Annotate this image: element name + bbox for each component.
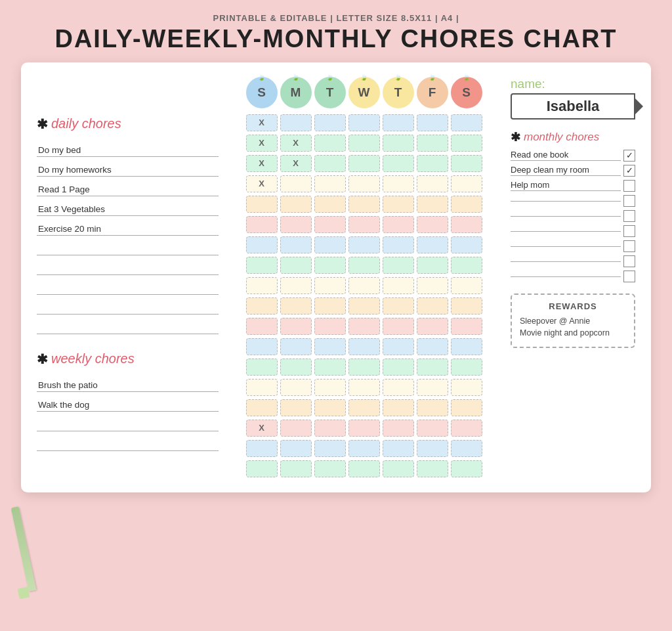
- grid-cell-6-4[interactable]: [383, 236, 414, 253]
- grid-cell-5-1[interactable]: [280, 216, 312, 233]
- grid-cell-5-0[interactable]: [246, 216, 278, 233]
- grid-cell-17-1[interactable]: [280, 460, 312, 477]
- grid-cell-6-3[interactable]: [348, 236, 380, 253]
- grid-cell-8-2[interactable]: [314, 277, 346, 294]
- grid-cell-1-0[interactable]: X: [246, 135, 278, 152]
- grid-cell-3-4[interactable]: [383, 175, 414, 192]
- grid-cell-10-1[interactable]: [280, 318, 312, 335]
- grid-cell-2-3[interactable]: [348, 155, 380, 172]
- grid-cell-17-4[interactable]: [383, 460, 414, 477]
- grid-cell-16-3[interactable]: [348, 440, 380, 457]
- grid-cell-2-0[interactable]: X: [246, 155, 278, 172]
- grid-cell-13-6[interactable]: [451, 379, 482, 396]
- grid-cell-2-5[interactable]: [417, 155, 448, 172]
- grid-cell-7-5[interactable]: [417, 257, 448, 274]
- grid-cell-17-3[interactable]: [348, 460, 380, 477]
- monthly-checkbox-8[interactable]: [623, 271, 635, 282]
- grid-cell-4-1[interactable]: [280, 196, 312, 213]
- grid-cell-5-6[interactable]: [451, 216, 482, 233]
- grid-cell-8-5[interactable]: [417, 277, 448, 294]
- grid-cell-14-5[interactable]: [417, 399, 448, 416]
- grid-cell-6-5[interactable]: [417, 236, 448, 253]
- grid-cell-13-4[interactable]: [383, 379, 414, 396]
- grid-cell-11-6[interactable]: [451, 338, 482, 355]
- grid-cell-12-2[interactable]: [314, 359, 346, 376]
- grid-cell-16-0[interactable]: [246, 440, 278, 457]
- grid-cell-6-6[interactable]: [451, 236, 482, 253]
- grid-cell-11-0[interactable]: [246, 338, 278, 355]
- grid-cell-13-2[interactable]: [314, 379, 346, 396]
- grid-cell-3-3[interactable]: [348, 175, 380, 192]
- grid-cell-14-0[interactable]: [246, 399, 278, 416]
- grid-cell-15-2[interactable]: [314, 420, 346, 437]
- grid-cell-7-0[interactable]: [246, 257, 278, 274]
- grid-cell-9-6[interactable]: [451, 297, 482, 315]
- monthly-checkbox-7[interactable]: [623, 255, 635, 267]
- grid-cell-13-5[interactable]: [417, 379, 448, 396]
- grid-cell-8-0[interactable]: [246, 277, 278, 294]
- grid-cell-2-6[interactable]: [451, 155, 482, 172]
- grid-cell-8-4[interactable]: [383, 277, 414, 294]
- grid-cell-7-6[interactable]: [451, 257, 482, 274]
- grid-cell-17-0[interactable]: [246, 460, 278, 477]
- grid-cell-14-4[interactable]: [383, 399, 414, 416]
- grid-cell-9-5[interactable]: [417, 297, 448, 315]
- grid-cell-9-3[interactable]: [348, 297, 380, 315]
- grid-cell-3-0[interactable]: X: [246, 175, 278, 192]
- grid-cell-17-2[interactable]: [314, 460, 346, 477]
- grid-cell-4-6[interactable]: [451, 196, 482, 213]
- grid-cell-9-0[interactable]: [246, 297, 278, 315]
- grid-cell-17-6[interactable]: [451, 460, 482, 477]
- grid-cell-8-1[interactable]: [280, 277, 312, 294]
- grid-cell-12-5[interactable]: [417, 359, 448, 376]
- grid-cell-11-3[interactable]: [348, 338, 380, 355]
- grid-cell-10-0[interactable]: [246, 318, 278, 335]
- grid-cell-7-2[interactable]: [314, 257, 346, 274]
- grid-cell-10-5[interactable]: [417, 318, 448, 335]
- grid-cell-13-1[interactable]: [280, 379, 312, 396]
- grid-cell-4-5[interactable]: [417, 196, 448, 213]
- grid-cell-11-4[interactable]: [383, 338, 414, 355]
- grid-cell-6-0[interactable]: [246, 236, 278, 253]
- grid-cell-1-5[interactable]: [417, 135, 448, 152]
- grid-cell-8-3[interactable]: [348, 277, 380, 294]
- monthly-checkbox-1[interactable]: ✓: [623, 165, 635, 177]
- grid-cell-14-2[interactable]: [314, 399, 346, 416]
- monthly-checkbox-0[interactable]: ✓: [623, 150, 635, 162]
- grid-cell-17-5[interactable]: [417, 460, 448, 477]
- grid-cell-6-2[interactable]: [314, 236, 346, 253]
- grid-cell-11-1[interactable]: [280, 338, 312, 355]
- monthly-checkbox-3[interactable]: [623, 195, 635, 207]
- grid-cell-5-3[interactable]: [348, 216, 380, 233]
- grid-cell-15-6[interactable]: [451, 420, 482, 437]
- grid-cell-2-2[interactable]: [314, 155, 346, 172]
- grid-cell-8-6[interactable]: [451, 277, 482, 294]
- monthly-checkbox-4[interactable]: [623, 210, 635, 222]
- grid-cell-16-1[interactable]: [280, 440, 312, 457]
- grid-cell-14-1[interactable]: [280, 399, 312, 416]
- grid-cell-15-4[interactable]: [383, 420, 414, 437]
- grid-cell-13-3[interactable]: [348, 379, 380, 396]
- grid-cell-0-4[interactable]: [383, 114, 414, 131]
- grid-cell-11-5[interactable]: [417, 338, 448, 355]
- grid-cell-1-2[interactable]: [314, 135, 346, 152]
- grid-cell-4-4[interactable]: [383, 196, 414, 213]
- grid-cell-16-6[interactable]: [451, 440, 482, 457]
- grid-cell-14-3[interactable]: [348, 399, 380, 416]
- grid-cell-7-1[interactable]: [280, 257, 312, 274]
- grid-cell-1-6[interactable]: [451, 135, 482, 152]
- grid-cell-7-3[interactable]: [348, 257, 380, 274]
- grid-cell-10-4[interactable]: [383, 318, 414, 335]
- grid-cell-3-6[interactable]: [451, 175, 482, 192]
- grid-cell-4-0[interactable]: [246, 196, 278, 213]
- grid-cell-16-2[interactable]: [314, 440, 346, 457]
- grid-cell-2-4[interactable]: [383, 155, 414, 172]
- grid-cell-10-6[interactable]: [451, 318, 482, 335]
- grid-cell-15-1[interactable]: [280, 420, 312, 437]
- grid-cell-15-3[interactable]: [348, 420, 380, 437]
- grid-cell-5-4[interactable]: [383, 216, 414, 233]
- grid-cell-7-4[interactable]: [383, 257, 414, 274]
- grid-cell-3-5[interactable]: [417, 175, 448, 192]
- grid-cell-12-3[interactable]: [348, 359, 380, 376]
- grid-cell-3-1[interactable]: [280, 175, 312, 192]
